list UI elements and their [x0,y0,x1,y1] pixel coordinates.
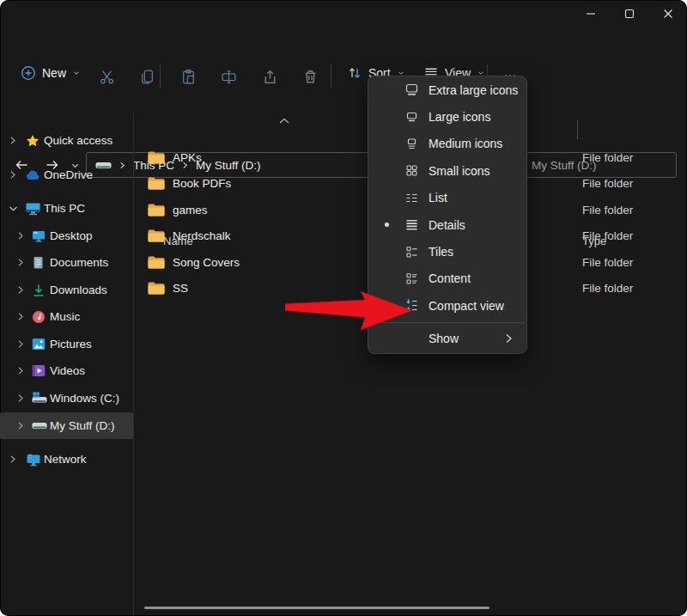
maximize-button[interactable] [610,0,648,27]
sidebar-item-pictures[interactable]: Pictures [0,331,133,357]
folder-icon [148,204,165,217]
sidebar-item-label: Videos [50,364,85,377]
menu-item-label: Tiles [429,245,453,259]
sort-ascending-icon [278,117,290,125]
file-name: Book PDFs [173,177,231,190]
sidebar-item-documents[interactable]: Documents [0,249,133,276]
folder-icon [148,151,165,164]
sidebar-item-this-pc[interactable]: This PC [0,195,133,222]
desktop-icon [32,230,46,242]
sidebar-item-label: Pictures [50,338,92,351]
navigation-pane: Quick access OneDrive This PC Deskt [0,113,133,616]
sidebar-item-music[interactable]: Music [0,303,133,330]
menu-item-label: Extra large icons [429,83,518,97]
red-annotation-arrow [285,290,416,331]
chevron-right-icon[interactable] [16,393,25,403]
chevron-down-icon[interactable] [9,204,18,213]
menu-item-content[interactable]: Content [368,265,526,292]
extra-large-icons-icon [404,82,419,97]
chevron-right-icon[interactable] [16,366,25,375]
sidebar-item-videos[interactable]: Videos [0,357,133,384]
chevron-right-icon[interactable] [16,339,25,349]
sidebar-item-downloads[interactable]: Downloads [0,277,133,303]
videos-icon [32,364,46,377]
medium-icons-icon [404,137,419,151]
menu-item-label: Large icons [429,110,490,124]
menu-item-label: Compact view [429,299,504,313]
onedrive-cloud-icon [26,169,40,180]
file-type: File folder [582,282,633,295]
menu-item-medium-icons[interactable]: Medium icons [368,131,526,157]
sidebar-item-label: Windows (C:) [50,392,119,405]
folder-icon [148,282,165,295]
menu-item-label: List [429,191,447,204]
menu-item-extra-large-icons[interactable]: Extra large icons [368,76,526,103]
column-separator[interactable] [577,119,578,139]
chevron-right-icon[interactable] [9,136,17,145]
details-icon [404,217,419,232]
file-explorer-window: New [0,0,687,616]
download-icon [32,284,46,297]
menu-item-large-icons[interactable]: Large icons [368,103,526,130]
menu-item-details[interactable]: Details [368,211,526,238]
file-name: Song Covers [173,256,240,269]
chevron-right-icon[interactable] [16,258,25,267]
navigation-bar: This PC My Stuff (D:) [0,70,687,113]
sidebar-item-desktop[interactable]: Desktop [0,223,133,249]
small-icons-icon [404,163,419,178]
file-name: SS [173,282,188,295]
sidebar-item-quick-access[interactable]: Quick access [0,127,133,154]
this-pc-icon [26,202,40,216]
tiles-icon [404,245,419,259]
chevron-right-icon[interactable] [9,170,17,180]
sidebar-item-onedrive[interactable]: OneDrive [0,162,133,188]
sidebar-item-label: Downloads [50,284,107,296]
chevron-right-icon[interactable] [16,312,25,321]
file-name: APKs [173,151,202,164]
document-icon [32,256,45,270]
submenu-chevron-icon [505,332,513,345]
sidebar-item-label: Network [44,453,87,466]
sidebar-item-label: OneDrive [44,168,93,181]
sidebar-item-windows-c[interactable]: Windows (C:) [0,385,133,412]
maximize-icon [624,9,635,19]
file-name: Nerdschalk [173,229,231,242]
list-icon [404,191,419,205]
file-type: File folder [582,151,633,164]
sidebar-item-label: Desktop [50,229,93,242]
horizontal-scrollbar[interactable] [144,607,489,609]
menu-item-label: Small icons [429,164,490,178]
file-type: File folder [582,229,633,242]
title-bar [0,0,687,27]
menu-item-list[interactable]: List [368,185,526,211]
file-type: File folder [582,204,633,217]
menu-item-small-icons[interactable]: Small icons [368,157,526,184]
chevron-right-icon[interactable] [16,231,25,241]
pictures-icon [32,338,46,351]
menu-item-label: Medium icons [429,137,502,150]
file-type: File folder [582,177,633,190]
windows-drive-icon [32,392,47,405]
drive-icon [32,420,47,431]
sidebar-item-network[interactable]: Network [0,446,133,473]
sidebar-item-label: My Stuff (D:) [50,419,115,432]
menu-item-tiles[interactable]: Tiles [368,238,526,265]
sidebar-item-label: Quick access [44,134,112,147]
music-icon [32,310,46,324]
menu-item-label: Show [429,332,459,345]
chevron-right-icon[interactable] [16,421,25,430]
menu-item-label: Details [429,218,465,232]
sidebar-item-my-stuff-d[interactable]: My Stuff (D:) [0,412,133,439]
selected-bullet [385,223,389,227]
chevron-right-icon[interactable] [9,454,17,464]
content-icon [404,271,419,286]
folder-icon [148,256,165,269]
chevron-right-icon[interactable] [16,285,25,295]
minimize-button[interactable] [571,0,610,27]
close-icon [663,9,673,19]
command-toolbar: New [0,27,687,70]
network-icon [26,453,41,467]
folder-icon [148,177,165,190]
close-button[interactable] [648,0,687,27]
file-type: File folder [582,256,633,269]
